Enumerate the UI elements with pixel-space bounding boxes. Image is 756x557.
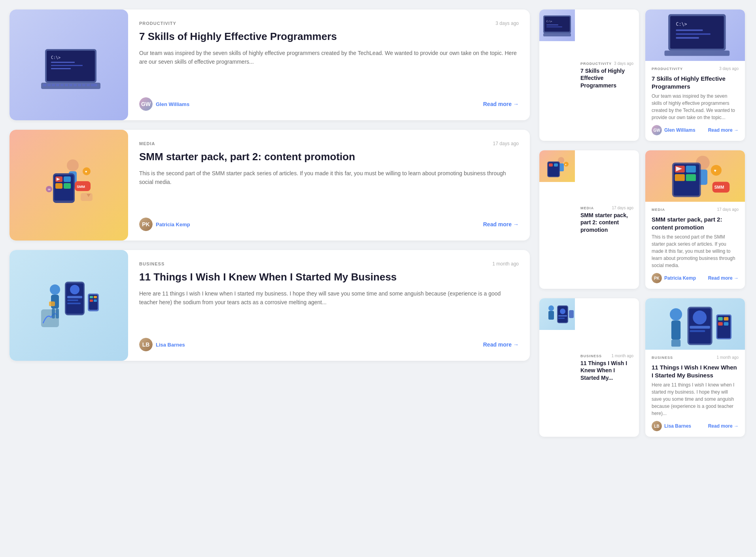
right-medium-img-2: ♥ SMM	[645, 150, 745, 202]
svg-rect-24	[64, 176, 71, 182]
right-medium-authorname-2[interactable]: Patricia Kemp	[664, 275, 696, 281]
right-medium-cat-2: MEDIA	[652, 208, 665, 212]
right-medium-meta-3: BUSINESS 1 month ago	[652, 355, 739, 360]
right-medium-cat-1: PRODUCTIVITY	[652, 67, 683, 71]
lisa-avatar: LB	[139, 338, 153, 351]
svg-rect-43	[67, 303, 81, 304]
svg-rect-7	[43, 84, 46, 86]
card-2-avatar: PK	[139, 218, 153, 231]
card-2-author-name[interactable]: Patricia Kemp	[156, 222, 190, 227]
svg-rect-15	[78, 84, 81, 86]
right-medium-authorname-3[interactable]: Lisa Barnes	[664, 423, 691, 429]
right-medium-img-1: C:\>	[645, 9, 745, 61]
right-small-date-1: 3 days ago	[614, 61, 633, 66]
svg-point-92	[560, 309, 565, 314]
business-illustration	[9, 250, 128, 361]
laptop-illustration: C:\>	[9, 9, 128, 120]
svg-text:♥: ♥	[714, 168, 716, 173]
svg-rect-89	[548, 311, 554, 320]
card-3-excerpt: Here are 11 things I wish I knew when I …	[139, 289, 519, 307]
feature-card-1-body: PRODUCTIVITY 3 days ago 7 Skills of High…	[128, 9, 530, 120]
svg-text:✉: ✉	[48, 188, 51, 191]
card-3-read-more[interactable]: Read more →	[483, 341, 519, 348]
card-1-footer: GW Glen Williams Read more →	[139, 97, 519, 111]
right-medium-avatar-2: PK	[652, 273, 662, 283]
right-small-body-1: PRODUCTIVITY 3 days ago 7 Skills of High…	[575, 9, 639, 141]
card-1-title: 7 Skills of Highly Effective Programmers	[139, 30, 519, 43]
right-medium-authorname-1[interactable]: Glen Williams	[664, 127, 696, 133]
right-small-meta-2: MEDIA 17 days ago	[580, 206, 633, 210]
svg-rect-14	[74, 84, 77, 86]
svg-point-36	[50, 284, 60, 295]
card-2-read-more[interactable]: Read more →	[483, 221, 519, 227]
right-medium-title-3: 11 Things I Wish I Knew When I Started M…	[652, 364, 739, 379]
svg-rect-49	[94, 299, 97, 302]
right-medium-date-1: 3 days ago	[719, 66, 739, 71]
feature-card-2: SMM ♥ ✉ MEDIA 17 day	[9, 130, 530, 241]
right-medium-author-1: GW Glen Williams	[652, 125, 696, 135]
svg-text:SMM: SMM	[77, 185, 85, 189]
card-3-footer: LB Lisa Barnes Read more →	[139, 338, 519, 351]
svg-rect-34	[81, 193, 93, 201]
card-3-author: LB Lisa Barnes	[139, 338, 185, 351]
svg-rect-9	[52, 84, 55, 86]
right-small-cat-1: PRODUCTIVITY	[580, 62, 612, 66]
card-1-date: 3 days ago	[495, 21, 519, 26]
svg-point-19	[67, 159, 79, 171]
lisa-sm-avatar: LB	[652, 421, 662, 431]
right-small-title-2: SMM starter pack, part 2: content promot…	[580, 212, 633, 233]
right-small-img-2: ♥	[539, 150, 575, 182]
svg-rect-48	[90, 299, 93, 302]
svg-rect-16	[82, 84, 85, 86]
right-small-card-2: ♥ MEDIA 17 days ago SMM starter pack, pa…	[539, 150, 639, 289]
right-medium-date-2: 17 days ago	[717, 207, 739, 212]
patricia-sm-avatar: PK	[652, 273, 662, 283]
right-medium-cat-3: BUSINESS	[652, 356, 673, 360]
svg-rect-18	[91, 84, 97, 86]
right-medium-readmore-3[interactable]: Read more →	[708, 423, 739, 429]
card-2-footer: PK Patricia Kemp Read more →	[139, 218, 519, 231]
main-grid: C:\>	[9, 9, 745, 437]
right-panel-3: BUSINESS 1 month ago 11 Things I Wish I …	[539, 298, 745, 437]
right-panel-2: ♥ MEDIA 17 days ago SMM starter pack, pa…	[539, 150, 745, 289]
right-small-card-1: C:\> PRODUCTIVITY 3 days ago 7 Skills of…	[539, 9, 639, 141]
svg-rect-4	[51, 65, 83, 66]
svg-rect-108	[724, 322, 729, 326]
svg-text:C:\>: C:\>	[546, 20, 552, 23]
card-2-date: 17 days ago	[493, 141, 519, 146]
right-medium-footer-1: GW Glen Williams Read more →	[652, 125, 739, 135]
svg-rect-47	[94, 296, 97, 298]
right-medium-img-3	[645, 298, 745, 350]
card-2-excerpt: This is the second part of the SMM start…	[139, 169, 519, 187]
right-small-cat-2: MEDIA	[580, 206, 594, 210]
svg-rect-55	[544, 17, 570, 32]
right-column: C:\> PRODUCTIVITY 3 days ago 7 Skills of…	[539, 9, 745, 437]
right-medium-avatar-3: LB	[652, 421, 662, 431]
right-medium-readmore-2[interactable]: Read more →	[708, 275, 739, 281]
card-1-meta: PRODUCTIVITY 3 days ago	[139, 21, 519, 26]
glen-sm-avatar: GW	[652, 125, 662, 135]
card-1-author-name[interactable]: Glen Williams	[156, 101, 189, 107]
svg-rect-82	[675, 174, 685, 181]
card-1-category: PRODUCTIVITY	[139, 21, 176, 26]
right-medium-meta-2: MEDIA 17 days ago	[652, 207, 739, 212]
right-medium-readmore-1[interactable]: Read more →	[708, 127, 739, 133]
right-small-body-2: MEDIA 17 days ago SMM starter pack, part…	[575, 150, 639, 289]
card-1-excerpt: Our team was inspired by the seven skill…	[139, 49, 519, 66]
svg-point-100	[693, 311, 707, 324]
right-medium-avatar-1: GW	[652, 125, 662, 135]
glen-avatar: GW	[139, 97, 153, 111]
feature-card-2-body: MEDIA 17 days ago SMM starter pack, part…	[128, 130, 530, 241]
feature-card-2-image: SMM ♥ ✉	[9, 130, 128, 241]
svg-rect-93	[558, 315, 567, 316]
svg-rect-41	[67, 296, 82, 298]
svg-point-40	[70, 285, 79, 294]
right-medium-footer-3: LB Lisa Barnes Read more →	[652, 421, 739, 431]
patricia-avatar: PK	[139, 218, 153, 231]
right-small-img-1: C:\>	[539, 9, 575, 41]
feature-card-3: BUSINESS 1 month ago 11 Things I Wish I …	[9, 250, 530, 361]
svg-rect-17	[87, 84, 90, 86]
card-1-read-more[interactable]: Read more →	[483, 101, 519, 107]
card-3-author-name[interactable]: Lisa Barnes	[156, 342, 185, 348]
right-small-card-3: BUSINESS 1 month ago 11 Things I Wish I …	[539, 298, 639, 437]
